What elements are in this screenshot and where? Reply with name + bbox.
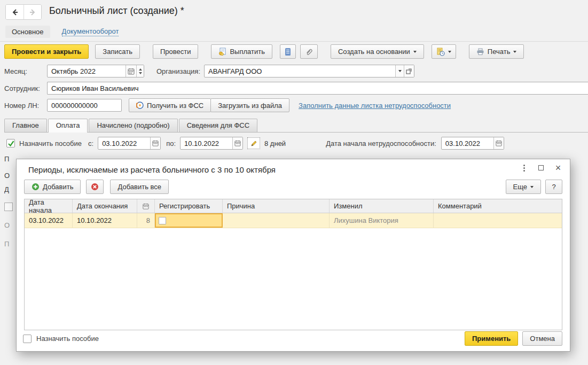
load-from-file-button[interactable]: Загрузить из файла xyxy=(210,98,289,112)
obscured-label-fragment: П xyxy=(4,240,16,248)
add-button[interactable]: Добавить xyxy=(24,180,81,194)
check-icon xyxy=(7,140,14,147)
write-button[interactable]: Записать xyxy=(95,44,140,59)
chevron-down-icon xyxy=(530,186,534,188)
obscured-checkbox[interactable] xyxy=(4,203,13,211)
doc-tabstrip: Главное Оплата Начислено (подробно) Свед… xyxy=(4,119,588,133)
calendar-picker-button[interactable] xyxy=(126,65,136,77)
pencil-icon xyxy=(250,140,257,147)
month-stepper[interactable] xyxy=(136,65,144,77)
col-header-days[interactable] xyxy=(137,199,155,213)
ln-number-label: Номер ЛН: xyxy=(4,102,47,110)
disability-start-label: Дата начала нетрудоспособности: xyxy=(326,139,436,147)
paperclip-icon xyxy=(305,48,313,56)
table-row[interactable]: 03.10.2022 10.10.2022 8 Лихушина Виктори… xyxy=(25,213,562,228)
add-all-button[interactable]: Добавить все xyxy=(110,180,169,194)
from-label: с: xyxy=(88,139,93,147)
organization-input[interactable] xyxy=(205,65,395,77)
post-button[interactable]: Провести xyxy=(153,44,199,59)
periodic-documents-button[interactable] xyxy=(432,44,456,59)
date-to-input[interactable] xyxy=(181,137,232,149)
print-button[interactable]: Печать xyxy=(469,44,524,59)
calendar-picker-button[interactable] xyxy=(150,137,160,149)
nav-item-docflow[interactable]: Документооборот xyxy=(62,27,119,36)
cell-reason[interactable] xyxy=(223,213,330,228)
more-button[interactable]: Еще xyxy=(506,180,541,194)
forward-button[interactable] xyxy=(23,5,41,19)
cell-days[interactable]: 8 xyxy=(137,213,155,228)
disability-date-input[interactable] xyxy=(442,137,493,149)
date-from-input[interactable] xyxy=(98,137,150,149)
back-button[interactable] xyxy=(6,5,23,19)
to-label: по: xyxy=(166,139,176,147)
assign-benefit-footer-label: Назначить пособие xyxy=(36,335,99,343)
calendar-picker-button[interactable] xyxy=(232,137,242,149)
col-header-start-date[interactable]: Дата начала xyxy=(25,199,73,213)
month-label: Месяц: xyxy=(4,67,47,75)
dialog-maximize-button[interactable] xyxy=(537,164,545,172)
col-header-changed-by[interactable]: Изменил xyxy=(330,199,434,213)
obscured-label-fragment: О xyxy=(4,221,16,229)
employee-input[interactable] xyxy=(48,82,588,94)
fss-globe-icon xyxy=(136,102,144,109)
employee-label: Сотрудник: xyxy=(4,84,47,92)
col-header-comment[interactable]: Комментарий xyxy=(434,199,562,213)
table-header-row: Дата начала Дата окончания Регистрироват… xyxy=(25,199,562,213)
assign-benefit-checkbox[interactable] xyxy=(6,139,15,147)
open-link-icon xyxy=(406,68,412,74)
tab-oplata[interactable]: Оплата xyxy=(48,119,88,133)
date-from-field[interactable] xyxy=(98,137,161,150)
tab-nachisleno[interactable]: Начислено (подробно) xyxy=(89,119,177,132)
calendar-picker-button[interactable] xyxy=(493,137,504,149)
col-header-register[interactable]: Регистрировать xyxy=(155,199,223,213)
month-row: Месяц: Организация: xyxy=(4,65,414,77)
organization-dropdown-button[interactable] xyxy=(395,65,404,77)
fill-disability-data-link[interactable]: Заполнить данные листка нетрудоспособнос… xyxy=(299,102,451,110)
cell-comment[interactable] xyxy=(434,213,562,228)
cell-start-date[interactable]: 03.10.2022 xyxy=(25,213,73,228)
employee-field[interactable] xyxy=(47,82,588,95)
cell-end-date[interactable]: 10.10.2022 xyxy=(73,213,137,228)
help-button[interactable]: ? xyxy=(545,180,562,194)
calendar-icon xyxy=(496,140,502,146)
obscured-label-fragment: О xyxy=(4,172,16,180)
obscured-label-fragment: Д xyxy=(4,185,16,193)
dialog-close-button[interactable]: × xyxy=(554,164,562,172)
organization-open-button[interactable] xyxy=(404,65,414,77)
col-header-end-date[interactable]: Дата окончания xyxy=(73,199,137,213)
attachments-button[interactable] xyxy=(300,44,318,59)
main-toolbar: Провести и закрыть Записать Провести Вып… xyxy=(4,44,524,59)
edit-periods-button[interactable] xyxy=(247,137,260,149)
date-to-field[interactable] xyxy=(180,137,243,150)
month-input[interactable] xyxy=(48,65,126,77)
register-checkbox[interactable] xyxy=(159,217,166,224)
create-based-on-button[interactable]: Создать на основании xyxy=(331,44,424,59)
cancel-button[interactable]: Отмена xyxy=(522,331,562,346)
ln-number-input[interactable] xyxy=(48,99,121,111)
calendar-icon xyxy=(128,68,135,75)
tab-svedeniya-fss[interactable]: Сведения для ФСС xyxy=(179,119,257,132)
cell-changed-by[interactable]: Лихушина Виктория xyxy=(330,213,434,228)
chevron-down-icon xyxy=(413,51,417,53)
get-from-fss-button[interactable]: Получить из ФСС xyxy=(129,98,211,112)
disability-date-field[interactable] xyxy=(441,137,504,150)
chevron-down-icon xyxy=(398,70,402,72)
dialog-title: Периоды, исключаемые из расчета больничн… xyxy=(28,165,276,174)
pay-button[interactable]: Выплатить xyxy=(211,44,272,59)
tab-glavnoe[interactable]: Главное xyxy=(4,119,47,132)
ln-number-field[interactable] xyxy=(47,99,122,112)
month-field[interactable] xyxy=(47,65,144,77)
apply-button[interactable]: Применить xyxy=(465,331,518,346)
assign-benefit-footer-checkbox[interactable] xyxy=(23,335,32,343)
nav-item-main[interactable]: Основное xyxy=(5,26,50,38)
cell-register[interactable] xyxy=(155,213,223,228)
register-records-button[interactable] xyxy=(280,44,296,59)
organization-field[interactable] xyxy=(204,65,414,77)
post-and-close-button[interactable]: Провести и закрыть xyxy=(4,44,89,59)
days-count-label: 8 дней xyxy=(264,139,286,147)
organization-label: Организация: xyxy=(156,67,200,75)
dialog-menu-button[interactable] xyxy=(520,164,528,172)
obscured-label-fragment: П xyxy=(4,155,16,163)
col-header-reason[interactable]: Причина xyxy=(223,199,330,213)
delete-button[interactable] xyxy=(86,180,104,194)
